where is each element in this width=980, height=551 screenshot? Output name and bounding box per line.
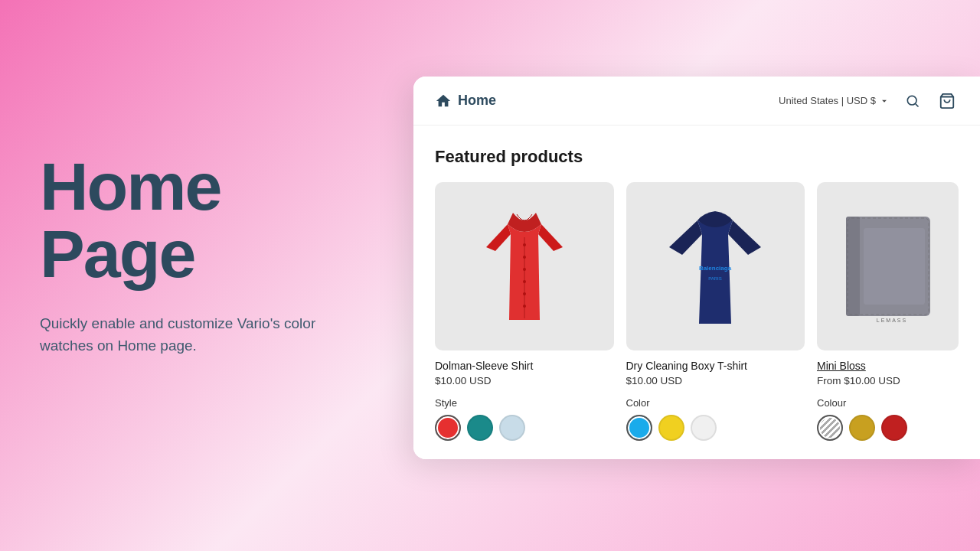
page-heading: Home Page [40, 153, 361, 288]
svg-point-9 [523, 305, 526, 308]
swatches-row-2: Color [626, 397, 805, 441]
heading-line2: Page [40, 216, 194, 292]
locale-text: United States | USD $ [779, 95, 876, 106]
navbar: Home United States | USD $ [413, 77, 980, 126]
cart-button[interactable] [936, 90, 959, 112]
swatch-red[interactable] [435, 415, 461, 441]
swatches-3 [817, 415, 959, 441]
cart-icon [939, 93, 956, 109]
product-image-wallet: LEMASS [842, 209, 934, 324]
svg-line-1 [916, 103, 919, 106]
product-name-1: Dolman-Sleeve Shirt [435, 360, 614, 372]
swatch-teal[interactable] [467, 415, 493, 441]
left-panel: Home Page Quickly enable and customize V… [40, 153, 361, 357]
swatch-dark-red[interactable] [881, 415, 907, 441]
search-button[interactable] [902, 90, 923, 112]
svg-point-5 [523, 256, 526, 259]
swatch-white[interactable] [691, 415, 717, 441]
product-grid: Balenciaga PARIS [435, 182, 959, 360]
swatch-gold[interactable] [849, 415, 875, 441]
browser-window: Home United States | USD $ [413, 77, 980, 459]
product-name-2: Dry Cleaning Boxy T-shirt [626, 360, 805, 372]
product-price-2: $10.00 USD [626, 375, 805, 386]
product-card-3: LEMASS [817, 182, 959, 360]
svg-text:Balenciaga: Balenciaga [699, 265, 732, 272]
svg-point-4 [523, 243, 526, 246]
product-image-wrap-1 [435, 182, 614, 350]
product-info-row: Dolman-Sleeve Shirt $10.00 USD Style Dry… [435, 360, 959, 441]
svg-point-6 [523, 268, 526, 271]
swatch-label-3: Colour [817, 397, 959, 409]
product-image-wrap-3: LEMASS [817, 182, 959, 350]
product-info-1: Dolman-Sleeve Shirt $10.00 USD Style [435, 360, 626, 441]
swatch-checkered[interactable] [817, 415, 843, 441]
svg-rect-13 [846, 217, 860, 316]
section-title: Featured products [435, 147, 959, 167]
product-price-1: $10.00 USD [435, 375, 614, 386]
heading-line1: Home [40, 148, 221, 224]
search-icon [905, 93, 920, 109]
swatch-label-2: Color [626, 397, 805, 409]
swatch-label-1: Style [435, 397, 614, 409]
product-card-2: Balenciaga PARIS [626, 182, 805, 360]
product-image-wrap-2: Balenciaga PARIS [626, 182, 805, 350]
product-image-red-shirt [479, 205, 570, 328]
main-content: Featured products [413, 126, 980, 459]
swatches-1 [435, 415, 614, 441]
swatch-blue[interactable] [626, 415, 652, 441]
brand: Home [435, 93, 496, 109]
navbar-right: United States | USD $ [779, 90, 959, 112]
svg-text:PARIS: PARIS [708, 276, 722, 281]
product-info-3: Mini Bloss From $10.00 USD Colour [817, 360, 959, 441]
page-description: Quickly enable and customize Vario's col… [40, 312, 361, 357]
product-image-navy-shirt: Balenciaga PARIS [665, 205, 765, 328]
chevron-down-icon [879, 96, 890, 106]
swatches-row-1: Style [435, 397, 614, 441]
swatches-row-3: Colour [817, 397, 959, 441]
swatches-2 [626, 415, 805, 441]
svg-point-0 [907, 96, 916, 105]
swatch-light-blue[interactable] [499, 415, 525, 441]
svg-rect-14 [864, 228, 925, 305]
home-icon [435, 93, 452, 109]
svg-point-8 [523, 292, 526, 295]
product-price-3: From $10.00 USD [817, 375, 959, 386]
locale-selector[interactable]: United States | USD $ [779, 95, 890, 106]
product-card-1 [435, 182, 614, 360]
svg-point-7 [523, 280, 526, 283]
product-name-3[interactable]: Mini Bloss [817, 360, 959, 372]
brand-name: Home [458, 93, 496, 109]
product-info-2: Dry Cleaning Boxy T-shirt $10.00 USD Col… [626, 360, 818, 441]
svg-text:LEMASS: LEMASS [876, 318, 906, 323]
swatch-yellow[interactable] [658, 415, 684, 441]
